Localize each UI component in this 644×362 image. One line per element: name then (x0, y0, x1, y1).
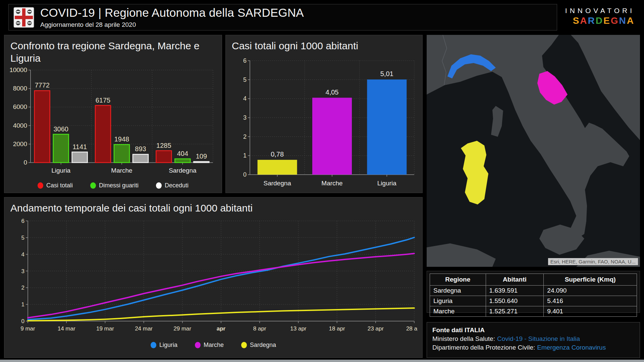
legend-label: Deceduti (165, 182, 189, 189)
brand-letter: G (611, 15, 619, 26)
table-header-row: Regione Abitanti Superficie (Kmq) (430, 274, 637, 286)
chart3-title: Andamento temporale dei casi totali ogni… (4, 197, 422, 215)
panel-andamento-temporale: Andamento temporale dei casi totali ogni… (4, 197, 423, 358)
legend-item-deceduti: Deceduti (156, 182, 189, 189)
axis-tick-label: 8000 (13, 85, 27, 92)
fonte-line-ministero: Ministero della Salute:Covid-19 - Situaz… (432, 335, 634, 343)
brand-letter: S (573, 15, 580, 26)
legend-dot-casi-totali (38, 182, 43, 189)
axis-tick-label: 5 (21, 235, 24, 241)
axis-tick-label: 14 mar (58, 325, 75, 332)
panel-map: Esri, HERE, Garmin, FAO, NOAA, U... (427, 35, 640, 267)
value-label: 5,01 (380, 70, 393, 77)
brand-letter: D (596, 15, 603, 26)
category-label: Marche (111, 167, 132, 174)
axis-tick-label: 2 (21, 285, 24, 291)
italy-map (427, 35, 640, 267)
grouped-bar-chart: 0200040006000800010000777230601141Liguri… (10, 67, 217, 180)
chart1-title: Confronto tra regione Sardegna, Marche e… (4, 35, 222, 64)
brand-letter: A (627, 15, 635, 26)
bar-sardegna-2 (194, 162, 209, 163)
brand-sardegna: SARDEGNA (565, 15, 635, 26)
header-bar: COVID-19 | Regione Autonoma della SARDEG… (8, 4, 557, 31)
legend-dot-deceduti (156, 182, 162, 189)
axis-tick-label: 19 mar (96, 325, 114, 332)
legend-dot-dimessi-guariti (90, 182, 96, 189)
legend-item-casi-totali: Casi totali (38, 182, 73, 189)
value-label: 4,05 (326, 88, 339, 96)
axis-tick-label: 0 (21, 318, 24, 324)
fonte-label: Ministero della Salute: (432, 335, 495, 342)
value-label: 3060 (53, 125, 68, 133)
axis-tick-label: 28 apr (406, 325, 418, 332)
value-label: 893 (135, 145, 146, 153)
axis-tick-label: 3 (243, 114, 247, 121)
axis-tick-label: 8 apr (253, 325, 266, 332)
legend-label: Sardegna (250, 342, 276, 349)
fonte-title: Fonte dati ITALIA (432, 326, 634, 334)
cell-regione: Marche (430, 306, 486, 317)
window-bottom-edge (0, 360, 644, 362)
chart2-title: Casi totali ogni 1000 abitanti (226, 35, 422, 52)
bar-liguria-1 (53, 134, 69, 163)
axis-tick-label: 6 (21, 218, 24, 224)
header-superficie: Superficie (Kmq) (544, 274, 637, 286)
legend-label: Liguria (159, 342, 177, 349)
axis-tick-label: 6 (243, 57, 247, 64)
axis-tick-label: apr (217, 325, 226, 332)
cell-abitanti: 1.550.640 (486, 296, 544, 306)
bar-liguria (367, 79, 407, 175)
link-situazione-italia[interactable]: Covid-19 - Situazione in Italia (497, 335, 580, 342)
regions-table: Regione Abitanti Superficie (Kmq) Sardeg… (430, 274, 637, 317)
value-label: 6175 (96, 97, 111, 104)
cell-regione: Liguria (430, 296, 486, 306)
category-label: Liguria (377, 180, 396, 187)
value-label: 1141 (72, 143, 87, 150)
axis-tick-label: 5 (243, 76, 247, 83)
value-label: 404 (177, 150, 188, 157)
bar-marche-2 (133, 154, 148, 163)
legend-label: Dimessi guariti (99, 182, 139, 189)
bar-sardegna-1 (175, 159, 190, 163)
axis-tick-label: 13 apr (290, 325, 307, 332)
category-label: Sardegna (169, 167, 197, 174)
axis-tick-label: 1 (243, 152, 247, 159)
legend-item-dimessi-guariti: Dimessi guariti (90, 182, 139, 189)
cell-abitanti: 1.525.271 (486, 306, 544, 317)
legend-item-liguria: Liguria (151, 342, 177, 349)
fonte-label: Dipartimento della Protezione Civile: (432, 344, 535, 351)
per-1000-bar-chart: 01234560,78Sardegna4,05Marche5,01Liguria (231, 57, 418, 191)
axis-tick-label: 29 mar (173, 325, 191, 332)
table-row: Marche 1.525.271 9.401 (430, 306, 637, 317)
header-regione: Regione (430, 274, 486, 286)
brand-letter: E (603, 15, 611, 26)
link-emergenza-coronavirus[interactable]: Emergenza Coronavirus (537, 344, 606, 351)
cell-superficie: 9.401 (544, 306, 637, 317)
axis-tick-label: 4 (21, 251, 24, 258)
category-label: Marche (321, 180, 342, 187)
value-label: 109 (196, 153, 207, 160)
cell-abitanti: 1.639.591 (486, 286, 544, 296)
category-label: Sardegna (263, 180, 291, 187)
bar-sardegna-0 (156, 151, 171, 163)
panel-confronto-regioni: Confronto tra regione Sardegna, Marche e… (4, 35, 222, 193)
axis-tick-label: 18 apr (329, 325, 345, 332)
axis-tick-label: 9 mar (20, 325, 35, 332)
legend-label: Casi totali (46, 182, 73, 189)
legend-dot-liguria (151, 342, 156, 348)
axis-tick-label: 4000 (13, 122, 27, 129)
time-series-line-chart: 01234569 mar14 mar19 mar24 mar29 marapr8… (10, 218, 418, 336)
map-attribution[interactable]: Esri, HERE, Garmin, FAO, NOAA, U... (548, 258, 638, 265)
brand-letter: N (619, 15, 627, 26)
value-label: 1285 (156, 142, 171, 149)
brand-letter: A (580, 15, 588, 26)
panel-casi-per-1000: Casi totali ogni 1000 abitanti 01234560,… (225, 35, 423, 193)
sardegna-coat-of-arms-logo (13, 7, 34, 28)
value-label: 1948 (114, 135, 129, 143)
table-row: Sardegna 1.639.591 24.090 (430, 286, 637, 296)
chart1-legend: Casi totali Dimessi guariti Deceduti (4, 182, 222, 189)
axis-tick-label: 24 mar (135, 325, 153, 332)
legend-dot-sardegna (241, 342, 247, 348)
axis-tick-label: 0 (23, 159, 27, 166)
brand-innovatori: INNOVATORI (565, 7, 635, 15)
